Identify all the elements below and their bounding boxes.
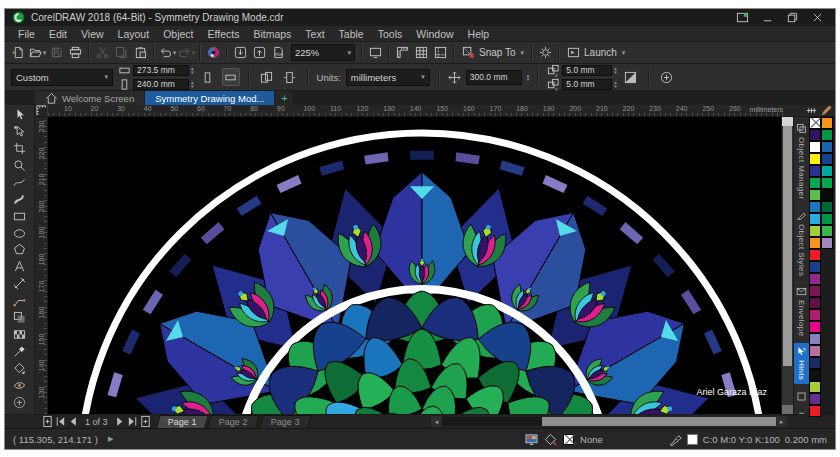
color-swatch[interactable] <box>809 213 821 225</box>
fullscreen-preview-button[interactable] <box>366 44 385 62</box>
portrait-button[interactable] <box>199 68 217 86</box>
scroll-up-button[interactable] <box>782 117 793 126</box>
copy-button[interactable] <box>112 44 131 62</box>
print-button[interactable] <box>66 44 85 62</box>
color-swatch[interactable] <box>809 357 821 369</box>
open-button[interactable]: ▾ <box>28 44 47 62</box>
zoom-level-select[interactable]: 225%▾ <box>291 44 355 61</box>
menu-item-bitmaps[interactable]: Bitmaps <box>246 27 298 41</box>
menu-item-window[interactable]: Window <box>409 27 460 41</box>
page-width-spinner[interactable]: ▴▾ <box>191 66 194 74</box>
show-rulers-button[interactable] <box>393 44 412 62</box>
restore-button[interactable] <box>786 11 799 24</box>
outline-pen-icon[interactable] <box>669 433 682 446</box>
color-swatch[interactable] <box>809 333 821 345</box>
color-swatch[interactable] <box>821 225 833 237</box>
minimize-button[interactable] <box>761 11 774 24</box>
landscape-button[interactable] <box>222 68 240 86</box>
color-swatch[interactable] <box>809 381 821 393</box>
current-page-button[interactable] <box>281 68 299 86</box>
paste-button[interactable] <box>131 44 150 62</box>
color-swatch[interactable] <box>809 141 821 153</box>
color-swatch[interactable] <box>821 153 833 165</box>
add-page-start-button[interactable] <box>41 416 54 427</box>
page-preset-select[interactable]: Custom▾ <box>11 69 113 86</box>
smart-fill-tool[interactable] <box>8 377 32 394</box>
edit-scale-icon[interactable] <box>820 104 833 117</box>
color-swatch[interactable] <box>809 237 821 249</box>
scroll-left-button[interactable]: ◂ <box>431 416 442 427</box>
color-swatch[interactable] <box>809 153 821 165</box>
page-tab-page-3[interactable]: Page 3 <box>259 415 311 428</box>
transparency-tool[interactable] <box>8 326 32 343</box>
pdf-export-button[interactable]: PDF <box>269 44 288 62</box>
docker-tab-collapsed[interactable] <box>794 388 809 405</box>
menu-item-file[interactable]: File <box>11 27 42 41</box>
color-swatch[interactable] <box>809 201 821 213</box>
undo-button[interactable]: ▾ <box>158 44 177 62</box>
parallel-dimension-tool[interactable] <box>8 275 32 292</box>
units-select[interactable]: millimeters▾ <box>346 69 430 86</box>
color-swatch[interactable] <box>809 261 821 273</box>
duplicate-y-spinner[interactable]: ▴▾ <box>614 80 617 88</box>
color-swatch[interactable] <box>821 141 833 153</box>
duplicate-x-field[interactable]: 5.0 mm <box>562 65 612 76</box>
page-tab-page-1[interactable]: Page 1 <box>156 415 208 428</box>
vertical-scroll-thumb[interactable] <box>783 126 792 366</box>
color-swatch[interactable] <box>809 285 821 297</box>
drop-shadow-tool[interactable] <box>8 309 32 326</box>
show-grid-button[interactable] <box>412 44 431 62</box>
menu-item-text[interactable]: Text <box>298 27 331 41</box>
freehand-tool[interactable] <box>8 174 32 191</box>
zoom-tool[interactable] <box>8 157 32 174</box>
customize-window-icon[interactable] <box>736 11 749 24</box>
horizontal-scrollbar[interactable]: ◂ ▸ <box>431 416 787 427</box>
page-tab-page-2[interactable]: Page 2 <box>207 415 259 428</box>
color-swatch[interactable] <box>809 393 821 405</box>
add-page-end-button[interactable] <box>139 416 152 427</box>
redo-button[interactable]: ▾ <box>177 44 196 62</box>
no-color-swatch[interactable] <box>809 117 821 129</box>
docker-tab-hints[interactable]: ?Hints <box>794 343 809 383</box>
color-swatch[interactable] <box>809 165 821 177</box>
page-width-field[interactable]: 273.5 mm <box>133 65 189 76</box>
search-content-button[interactable] <box>204 44 223 62</box>
all-pages-button[interactable] <box>258 68 276 86</box>
fill-status-icon[interactable] <box>544 433 557 446</box>
nudge-field[interactable]: 300.0 mm <box>466 70 522 85</box>
color-swatch[interactable] <box>821 189 833 201</box>
color-swatch[interactable] <box>821 165 833 177</box>
shape-tool[interactable] <box>8 123 32 140</box>
color-eyedropper-tool[interactable] <box>8 343 32 360</box>
menu-item-help[interactable]: Help <box>461 27 497 41</box>
color-swatch[interactable] <box>821 117 833 129</box>
vertical-scrollbar[interactable] <box>781 117 793 414</box>
color-swatch[interactable] <box>821 201 833 213</box>
color-swatch[interactable] <box>809 177 821 189</box>
treat-as-filled-button[interactable] <box>622 68 640 86</box>
ruler-origin-button[interactable] <box>35 105 48 116</box>
last-page-button[interactable] <box>126 416 139 427</box>
menu-item-edit[interactable]: Edit <box>42 27 74 41</box>
rectangle-tool[interactable] <box>8 208 32 225</box>
customize-toolbox-button[interactable] <box>8 394 32 411</box>
pick-tool[interactable] <box>8 106 32 123</box>
color-swatch[interactable] <box>821 129 833 141</box>
page-height-field[interactable]: 240.0 mm <box>133 79 189 90</box>
menu-item-effects[interactable]: Effects <box>200 27 246 41</box>
previous-page-button[interactable] <box>67 416 80 427</box>
nudge-spinner[interactable]: ▴▾ <box>527 73 530 81</box>
menu-item-layout[interactable]: Layout <box>111 27 157 41</box>
color-swatch[interactable] <box>821 177 833 189</box>
status-expand-icon[interactable]: ▶ <box>108 435 113 443</box>
color-swatch[interactable] <box>809 189 821 201</box>
tab-symmetry-document[interactable]: Symmetry Drawing Mod... <box>145 91 274 105</box>
cut-button[interactable] <box>93 44 112 62</box>
docker-tab-object-styles[interactable]: Object Styles <box>794 207 809 279</box>
vertical-ruler[interactable]: 230220210200190180170160150140130 <box>35 117 48 414</box>
artistic-media-tool[interactable] <box>8 191 32 208</box>
export-button[interactable] <box>250 44 269 62</box>
ruler-options-icon[interactable] <box>805 104 818 117</box>
duplicate-y-field[interactable]: 5.0 mm <box>562 79 612 90</box>
save-button[interactable] <box>47 44 66 62</box>
